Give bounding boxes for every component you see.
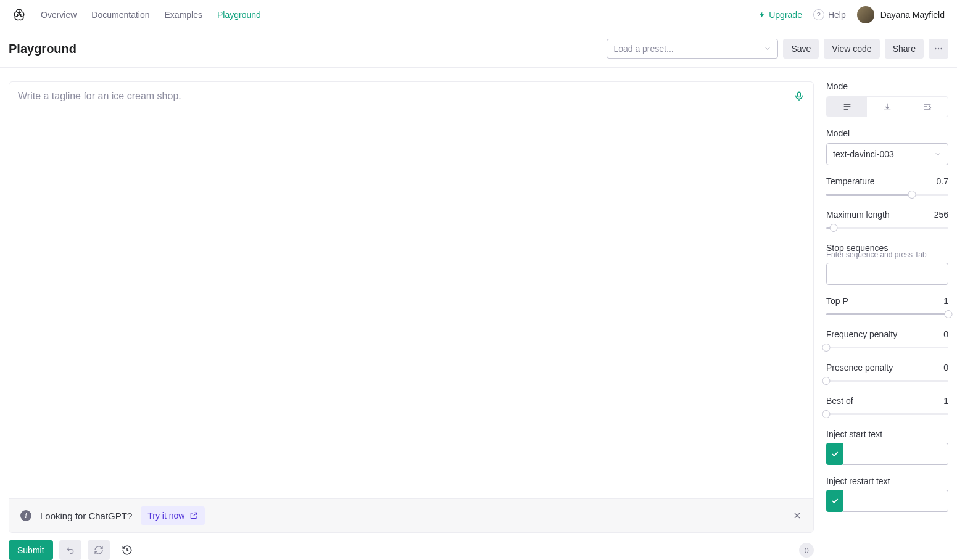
prompt-textarea[interactable]: Write a tagline for an ice cream shop. [9,82,813,498]
microphone-icon[interactable] [793,91,805,102]
history-icon [122,545,133,556]
help-icon: ? [813,9,824,20]
info-icon: i [20,510,31,521]
preset-select[interactable]: Load a preset... [607,39,778,59]
top-nav-left: Overview Documentation Examples Playgrou… [12,8,261,22]
max-length-value: 256 [934,210,948,220]
save-button[interactable]: Save [783,39,819,59]
mode-tabs [826,96,948,117]
top-p-value: 1 [943,296,948,306]
frequency-penalty-slider[interactable] [826,343,948,352]
inject-restart-checkbox[interactable] [826,490,843,512]
more-button[interactable] [929,39,948,59]
inject-start-section: Inject start text [826,429,948,465]
openai-logo-icon [12,8,26,22]
action-bar: Load a preset... Save View code Share [607,39,948,59]
mode-tab-complete[interactable] [827,97,867,117]
regenerate-button[interactable] [88,540,110,560]
presence-penalty-value: 0 [943,363,948,373]
external-link-icon [189,511,198,520]
frequency-penalty-value: 0 [943,329,948,339]
help-link[interactable]: ? Help [813,9,846,20]
model-label: Model [826,128,948,138]
mode-label: Mode [826,81,948,91]
stop-sequences-sublabel: Enter sequence and press Tab [826,250,948,259]
lightning-icon [758,11,766,19]
try-it-now-label: Try it now [147,511,184,521]
best-of-slider[interactable] [826,410,948,418]
close-icon [792,511,802,521]
share-button[interactable]: Share [885,39,924,59]
nav-link-playground[interactable]: Playground [217,10,261,20]
banner-text: Looking for ChatGPT? [40,511,132,521]
svg-point-0 [935,48,936,49]
mode-section: Mode [826,81,948,117]
main: Write a tagline for an ice cream shop. i… [0,68,957,560]
nav-link-overview[interactable]: Overview [41,10,77,20]
temperature-param: Temperature 0.7 [826,176,948,199]
top-p-label: Top P [826,296,848,306]
preset-placeholder: Load a preset... [613,44,673,54]
frequency-penalty-param: Frequency penalty 0 [826,329,948,352]
prompt-placeholder: Write a tagline for an ice cream shop. [18,91,181,101]
chevron-down-icon [764,45,771,52]
check-icon [831,496,839,505]
more-horizontal-icon [934,44,943,54]
top-p-slider[interactable] [826,310,948,318]
nav-links: Overview Documentation Examples Playgrou… [41,10,261,20]
upgrade-link[interactable]: Upgrade [758,10,802,20]
submit-button[interactable]: Submit [9,540,53,560]
token-count: 0 [799,543,814,558]
page-title: Playground [9,42,77,56]
inject-restart-label: Inject restart text [826,476,948,486]
model-select[interactable]: text-davinci-003 [826,143,948,165]
max-length-label: Maximum length [826,210,890,220]
editor-column: Write a tagline for an ice cream shop. i… [9,81,814,560]
undo-button[interactable] [59,540,81,560]
presence-penalty-label: Presence penalty [826,363,893,373]
settings-sidebar: Mode Model text-davinci-003 [826,81,948,560]
help-label: Help [828,10,846,20]
best-of-value: 1 [943,396,948,406]
mode-tab-edit[interactable] [908,97,948,117]
nav-link-examples[interactable]: Examples [165,10,202,20]
user-menu[interactable]: Dayana Mayfield [857,6,945,23]
best-of-param: Best of 1 [826,396,948,418]
refresh-icon [94,545,104,555]
best-of-label: Best of [826,396,853,406]
view-code-button[interactable]: View code [824,39,879,59]
presence-penalty-slider[interactable] [826,376,948,385]
chevron-down-icon [934,150,942,158]
svg-point-1 [938,48,939,49]
user-name: Dayana Mayfield [880,10,945,20]
check-icon [831,450,839,458]
inject-start-label: Inject start text [826,429,948,439]
stop-sequences-input[interactable] [826,263,948,285]
temperature-slider[interactable] [826,190,948,199]
frequency-penalty-label: Frequency penalty [826,329,897,339]
nav-link-documentation[interactable]: Documentation [91,10,149,20]
undo-icon [65,545,75,555]
try-it-now-button[interactable]: Try it now [141,506,205,525]
history-button[interactable] [116,540,138,560]
temperature-value: 0.7 [937,176,948,186]
max-length-param: Maximum length 256 [826,210,948,232]
inject-start-checkbox[interactable] [826,443,843,465]
model-value: text-davinci-003 [833,149,894,159]
top-p-param: Top P 1 [826,296,948,318]
inject-restart-input[interactable] [843,490,948,512]
complete-mode-icon [842,102,852,112]
inject-start-input[interactable] [843,443,948,465]
avatar [857,6,874,23]
edit-mode-icon [922,102,932,112]
banner-close-button[interactable] [792,511,802,521]
stop-sequences-section: Stop sequences Enter sequence and press … [826,243,948,285]
svg-point-2 [940,48,942,49]
temperature-label: Temperature [826,176,875,186]
upgrade-label: Upgrade [769,10,802,20]
max-length-slider[interactable] [826,223,948,232]
mode-tab-insert[interactable] [867,97,907,117]
presence-penalty-param: Presence penalty 0 [826,363,948,385]
svg-rect-3 [798,92,801,97]
insert-mode-icon [882,102,892,112]
